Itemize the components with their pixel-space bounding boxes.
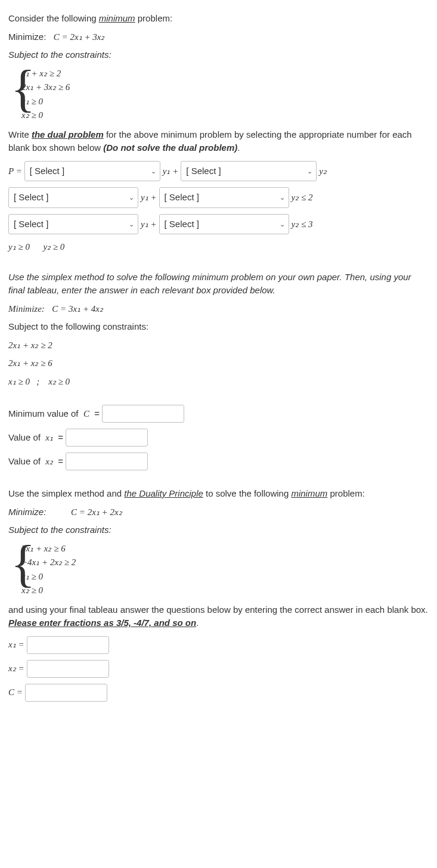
y1-plus-label: y₁ + (163, 165, 179, 178)
q2-min-c-row: Minimum value of C = (8, 405, 429, 423)
select-c2-y1[interactable]: [ Select ] ⌄ (8, 214, 138, 235)
q3-x2-row: x₂ = (8, 660, 429, 678)
q3-constraints: { 3x₁ + x₂ ≥ 6 −4x₁ + 2x₂ ≥ 2 x₁ ≥ 0 x₂ … (11, 542, 429, 597)
q1-intro: Consider the following minimum problem: (8, 12, 429, 26)
q3-x1-input[interactable] (27, 636, 109, 654)
y2-le-2: y₂ ≤ 2 (292, 191, 313, 204)
q2-c2: 2x₁ + x₂ ≥ 6 (8, 356, 429, 370)
q1-nonneg: y₁ ≥ 0 y₂ ≥ 0 (8, 240, 429, 254)
x1-eq-label: x₁ = (8, 638, 24, 652)
q2-objective: Minimize: C = 3x₁ + 4x₂ (8, 302, 429, 316)
q3-objective: Minimize: C = 2x₁ + 2x₂ (8, 506, 429, 519)
select-p-y1[interactable]: [ Select ] ⌄ (24, 161, 160, 182)
select-p-y2[interactable]: [ Select ] ⌄ (181, 161, 317, 182)
q2-c3: x₁ ≥ 0 ; x₂ ≥ 0 (8, 375, 429, 389)
y2-label: y₂ (319, 165, 327, 178)
q3-subject: Subject to the constraints: (8, 523, 429, 537)
select-c1-y1[interactable]: [ Select ] ⌄ (8, 187, 138, 208)
c-eq-label: C = (8, 686, 23, 699)
x2-eq-label: x₂ = (8, 662, 24, 675)
q3-c-input[interactable] (25, 684, 107, 702)
q2-subject: Subject to the following constraints: (8, 320, 429, 334)
dual-row-c2: [ Select ] ⌄ y₁ + [ Select ] ⌄ y₂ ≤ 3 (8, 214, 429, 235)
select-c2-y2[interactable]: [ Select ] ⌄ (159, 214, 289, 235)
q3-x2-input[interactable] (27, 660, 109, 678)
left-brace-icon: { (11, 64, 35, 113)
left-brace-icon: { (11, 540, 35, 588)
chevron-down-icon: ⌄ (129, 193, 134, 203)
x2-input[interactable] (66, 452, 148, 470)
y2-le-3: y₂ ≤ 3 (292, 218, 313, 231)
y1-plus-label: y₁ + (141, 218, 157, 231)
q1-dual-instruction: Write the dual problem for the above min… (8, 128, 429, 155)
select-c1-y2[interactable]: [ Select ] ⌄ (159, 187, 289, 208)
p-equals: P = (8, 165, 22, 178)
val-x1-label: Value of x₁ = (8, 431, 63, 445)
q1-subject: Subject to the constraints: (8, 48, 429, 62)
min-c-input[interactable] (102, 405, 184, 423)
q1-constraints: { x₁ + x₂ ≥ 2 2x₁ + 3x₂ ≥ 6 x₁ ≥ 0 x₂ ≥ … (11, 67, 429, 122)
chevron-down-icon: ⌄ (151, 166, 156, 176)
chevron-down-icon: ⌄ (280, 219, 285, 230)
q1-objective: Minimize: C = 2x₁ + 3x₂ (8, 30, 429, 44)
q2-x2-row: Value of x₂ = (8, 452, 429, 470)
chevron-down-icon: ⌄ (307, 166, 312, 176)
q3-final: and using your final tableau answer the … (8, 603, 429, 630)
min-c-label: Minimum value of C = (8, 407, 100, 421)
x1-input[interactable] (66, 429, 148, 447)
q3-x1-row: x₁ = (8, 636, 429, 654)
dual-row-c1: [ Select ] ⌄ y₁ + [ Select ] ⌄ y₂ ≤ 2 (8, 187, 429, 208)
q2-intro: Use the simplex method to solve the foll… (8, 271, 429, 297)
q2-c1: 2x₁ + x₂ ≥ 2 (8, 339, 429, 352)
y1-plus-label: y₁ + (141, 191, 157, 204)
q2-x1-row: Value of x₁ = (8, 429, 429, 447)
q3-c-row: C = (8, 684, 429, 702)
chevron-down-icon: ⌄ (280, 193, 285, 203)
dual-row-p: P = [ Select ] ⌄ y₁ + [ Select ] ⌄ y₂ (8, 161, 429, 182)
q3-intro: Use the simplex method and the Duality P… (8, 487, 429, 501)
chevron-down-icon: ⌄ (129, 219, 134, 230)
val-x2-label: Value of x₂ = (8, 455, 63, 469)
